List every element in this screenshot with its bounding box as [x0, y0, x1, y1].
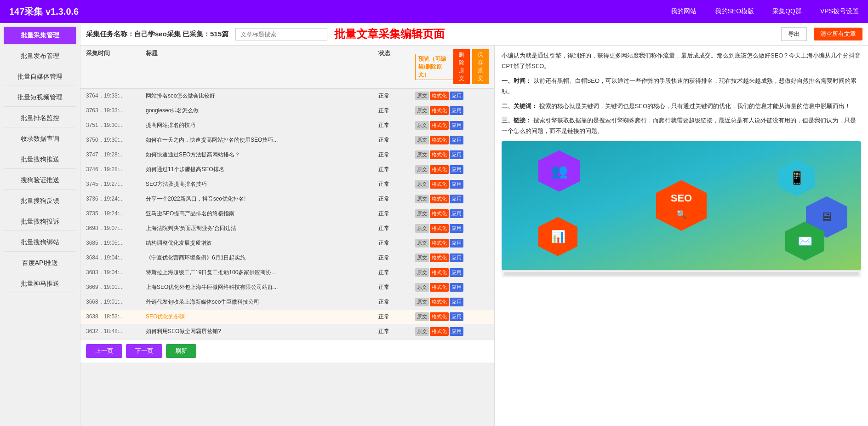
row-title-6[interactable]: SEO方法及提高排名技巧	[146, 180, 378, 188]
row-btn-apply-16[interactable]: 应用	[450, 327, 463, 336]
row-btn-orig-6[interactable]: 原文	[415, 180, 429, 189]
row-title-8[interactable]: 亚马逊SEO提高产品排名的终极指南	[146, 210, 378, 218]
table-row[interactable]: 3669．19:01:... 上海SEO优化外包上海牛巨微网络科技有限公司站群.…	[80, 280, 494, 295]
sidebar-item-batch-sogou-complaint[interactable]: 批量搜狗投诉	[4, 213, 76, 231]
row-btn-format-12[interactable]: 格式化	[430, 268, 449, 277]
nav-vps-settings[interactable]: VPS拨号设置	[820, 7, 859, 16]
row-btn-orig-4[interactable]: 原文	[415, 150, 429, 159]
row-title-4[interactable]: 如何快速通过SEO方法提高网站排名？	[146, 151, 378, 159]
row-title-12[interactable]: 特斯拉上海超级工厂19日复工推动100多家供应商协...	[146, 269, 378, 276]
sidebar-item-batch-media[interactable]: 批量自媒体管理	[4, 68, 76, 86]
table-row[interactable]: 3683．19:04:... 特斯拉上海超级工厂19日复工推动100多家供应商协…	[80, 265, 494, 280]
sidebar-item-batch-publish[interactable]: 批量发布管理	[4, 47, 76, 65]
row-btn-format-11[interactable]: 格式化	[430, 253, 449, 262]
next-page-button[interactable]: 下一页	[126, 344, 162, 358]
table-row[interactable]: 3747．19:28:... 如何快速通过SEO方法提高网站排名？ 正常 原文 …	[80, 148, 494, 162]
nav-my-website[interactable]: 我的网站	[671, 7, 697, 16]
export-button[interactable]: 导出	[781, 27, 807, 41]
row-btn-apply-12[interactable]: 应用	[450, 268, 463, 277]
row-btn-orig-0[interactable]: 原文	[415, 92, 429, 100]
row-btn-apply-4[interactable]: 应用	[450, 150, 463, 159]
row-btn-orig-12[interactable]: 原文	[415, 268, 429, 277]
row-btn-apply-0[interactable]: 应用	[450, 92, 463, 100]
row-title-2[interactable]: 提高网站排名的技巧	[146, 121, 378, 129]
row-btn-format-5[interactable]: 格式化	[430, 165, 449, 174]
row-btn-apply-14[interactable]: 应用	[450, 298, 463, 306]
row-title-7[interactable]: 分享一个2022新风口，抖音seo优化排名!	[146, 195, 378, 203]
row-title-0[interactable]: 网站排名seo怎么做会比较好	[146, 92, 378, 100]
delete-orig-button[interactable]: 删除原文	[453, 49, 470, 84]
row-title-15[interactable]: SEO优化的步骤	[146, 313, 378, 321]
table-row[interactable]: 3668．19:01:... 外链代发包收录上海新媒体seo牛巨微科技公司 正常…	[80, 295, 494, 310]
row-btn-apply-5[interactable]: 应用	[450, 165, 463, 174]
preview-scrollbar-bottom[interactable]	[502, 270, 861, 277]
row-title-14[interactable]: 外链代发包收录上海新媒体seo牛巨微科技公司	[146, 298, 378, 306]
row-btn-apply-11[interactable]: 应用	[450, 253, 463, 262]
row-title-10[interactable]: 结构调整优化发展提质增效	[146, 239, 378, 247]
table-row[interactable]: 3638．18:53:... SEO优化的步骤 正常 原文 格式化 应用	[80, 310, 494, 324]
row-title-13[interactable]: 上海SEO优化外包上海牛巨微网络科技有限公司站群...	[146, 283, 378, 291]
row-title-3[interactable]: 如何在一天之内，快速提高网站排名的使用SEO技巧...	[146, 136, 378, 144]
row-btn-apply-2[interactable]: 应用	[450, 121, 463, 130]
row-btn-orig-2[interactable]: 原文	[415, 121, 429, 130]
table-row[interactable]: 3751．19:30:... 提高网站排名的技巧 正常 原文 格式化 应用	[80, 118, 494, 133]
sidebar-item-record-query[interactable]: 收录数据查询	[4, 130, 76, 148]
sidebar-item-baidu-api-push[interactable]: 百度API推送	[4, 254, 76, 272]
nav-qq-group[interactable]: 采集QQ群	[772, 7, 802, 16]
row-btn-format-16[interactable]: 格式化	[430, 327, 449, 336]
sidebar-item-sogou-verify-push[interactable]: 搜狗验证推送	[4, 172, 76, 190]
table-row[interactable]: 3750．19:30:... 如何在一天之内，快速提高网站排名的使用SEO技巧.…	[80, 133, 494, 148]
row-btn-format-7[interactable]: 格式化	[430, 195, 449, 203]
sidebar-item-batch-sogou-push[interactable]: 批量搜狗推送	[4, 151, 76, 169]
sidebar-item-batch-sogou-bind[interactable]: 批量搜狗绑站	[4, 234, 76, 252]
row-btn-orig-8[interactable]: 原文	[415, 209, 429, 218]
row-btn-apply-7[interactable]: 应用	[450, 195, 463, 203]
row-btn-apply-10[interactable]: 应用	[450, 239, 463, 248]
table-row[interactable]: 3698．19:07:... 上海法院判决'负面压制业务'合同违法 正常 原文 …	[80, 221, 494, 236]
row-btn-format-6[interactable]: 格式化	[430, 180, 449, 189]
refresh-button[interactable]: 刷新	[166, 344, 196, 358]
row-btn-orig-11[interactable]: 原文	[415, 253, 429, 262]
table-row[interactable]: 3736．19:24:... 分享一个2022新风口，抖音seo优化排名! 正常…	[80, 192, 494, 207]
row-btn-orig-3[interactable]: 原文	[415, 136, 429, 144]
table-row[interactable]: 3684．19:04:... 《宁夏优化营商环境条例》6月1日起实施 正常 原文…	[80, 251, 494, 265]
row-btn-format-4[interactable]: 格式化	[430, 150, 449, 159]
row-btn-format-1[interactable]: 格式化	[430, 106, 449, 115]
save-orig-button[interactable]: 保存原文	[472, 49, 489, 84]
row-btn-orig-5[interactable]: 原文	[415, 165, 429, 174]
row-title-9[interactable]: 上海法院判决'负面压制业务'合同违法	[146, 225, 378, 232]
row-btn-format-2[interactable]: 格式化	[430, 121, 449, 130]
row-btn-orig-15[interactable]: 原文	[415, 312, 429, 321]
nav-seo-template[interactable]: 我的SEO模版	[715, 7, 754, 16]
row-btn-format-3[interactable]: 格式化	[430, 136, 449, 144]
row-btn-apply-3[interactable]: 应用	[450, 136, 463, 144]
row-btn-apply-6[interactable]: 应用	[450, 180, 463, 189]
row-btn-format-0[interactable]: 格式化	[430, 92, 449, 100]
row-btn-format-10[interactable]: 格式化	[430, 239, 449, 248]
row-btn-orig-7[interactable]: 原文	[415, 195, 429, 203]
table-row[interactable]: 3632．18:48:... 如何利用SEO做全网霸屏营销? 正常 原文 格式化…	[80, 324, 494, 339]
clear-all-button[interactable]: 清空所有文章	[814, 28, 862, 40]
row-btn-format-13[interactable]: 格式化	[430, 283, 449, 292]
row-btn-apply-9[interactable]: 应用	[450, 224, 463, 233]
sidebar-item-batch-rank[interactable]: 批量排名监控	[4, 109, 76, 127]
row-btn-format-8[interactable]: 格式化	[430, 209, 449, 218]
row-btn-format-9[interactable]: 格式化	[430, 224, 449, 233]
sidebar-item-batch-sogou-feedback[interactable]: 批量搜狗反馈	[4, 192, 76, 210]
row-title-1[interactable]: googleseo排名怎么做	[146, 107, 378, 115]
row-btn-orig-10[interactable]: 原文	[415, 239, 429, 248]
row-btn-apply-1[interactable]: 应用	[450, 106, 463, 115]
prev-page-button[interactable]: 上一页	[86, 344, 122, 358]
sidebar-item-batch-video[interactable]: 批量短视频管理	[4, 89, 76, 107]
sidebar-item-batch-shenma-push[interactable]: 批量神马推送	[4, 275, 76, 293]
table-row[interactable]: 3746．19:28:... 如何通过11个步骤提高SEO排名 正常 原文 格式…	[80, 162, 494, 177]
row-btn-orig-14[interactable]: 原文	[415, 298, 429, 306]
table-row[interactable]: 3763．19:33:... googleseo排名怎么做 正常 原文 格式化 …	[80, 104, 494, 118]
table-row[interactable]: 3764．19:33:... 网站排名seo怎么做会比较好 正常 原文 格式化 …	[80, 89, 494, 104]
row-btn-orig-16[interactable]: 原文	[415, 327, 429, 336]
row-title-5[interactable]: 如何通过11个步骤提高SEO排名	[146, 166, 378, 173]
table-row[interactable]: 3685．19:05:... 结构调整优化发展提质增效 正常 原文 格式化 应用	[80, 236, 494, 251]
search-input[interactable]	[235, 28, 327, 40]
row-btn-apply-13[interactable]: 应用	[450, 283, 463, 292]
row-btn-orig-9[interactable]: 原文	[415, 224, 429, 233]
